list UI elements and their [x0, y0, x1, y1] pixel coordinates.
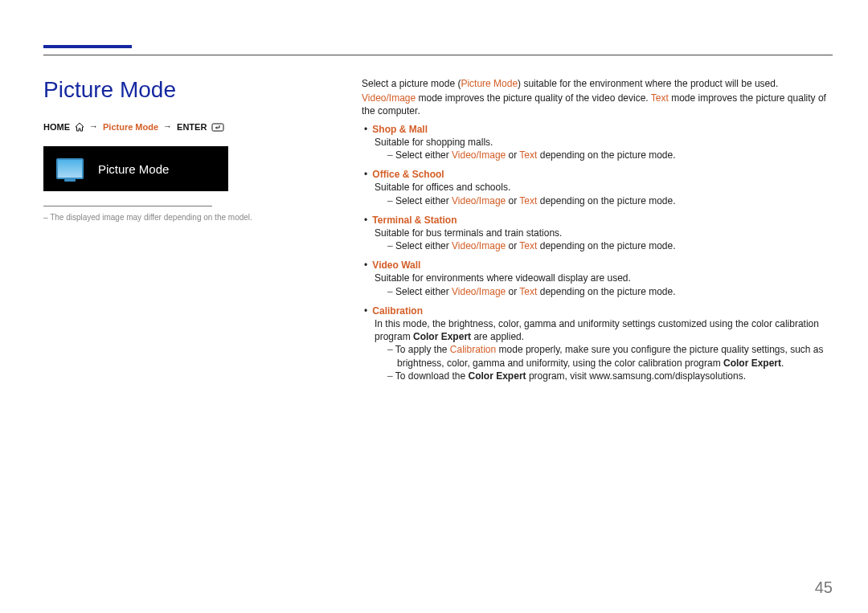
tv-icon [56, 158, 84, 179]
arrow-icon: → [89, 121, 98, 131]
small-divider [43, 206, 212, 206]
ui-preview-label: Picture Mode [98, 162, 169, 176]
right-column: Select a picture mode (Picture Mode) sui… [362, 77, 833, 389]
top-divider [43, 55, 833, 55]
home-icon [75, 123, 84, 132]
mode-office: • Office & School Suitable for offices a… [362, 168, 833, 207]
footnote: – The displayed image may differ dependi… [43, 213, 330, 222]
mode-calibration: • Calibration In this mode, the brightne… [362, 304, 833, 382]
page-title: Picture Mode [43, 77, 330, 103]
accent-bar [43, 45, 132, 48]
enter-icon [211, 123, 224, 132]
intro-line-2: Video/Image mode improves the picture qu… [362, 92, 833, 117]
breadcrumb: HOME → Picture Mode → ENTER [43, 122, 330, 132]
intro-line-1: Select a picture mode (Picture Mode) sui… [362, 77, 833, 90]
arrow-icon: → [163, 121, 172, 131]
breadcrumb-enter: ENTER [177, 122, 207, 132]
breadcrumb-mode: Picture Mode [103, 122, 158, 132]
mode-terminal: • Terminal & Station Suitable for bus te… [362, 214, 833, 253]
left-column: Picture Mode HOME → Picture Mode → ENTER… [43, 77, 330, 389]
mode-videowall: • Video Wall Suitable for environments w… [362, 259, 833, 298]
ui-preview: Picture Mode [43, 146, 228, 191]
mode-shop: • Shop & Mall Suitable for shopping mall… [362, 123, 833, 162]
breadcrumb-home: HOME [43, 122, 70, 132]
modes-list: • Shop & Mall Suitable for shopping mall… [362, 123, 833, 382]
page-number: 45 [815, 578, 833, 597]
